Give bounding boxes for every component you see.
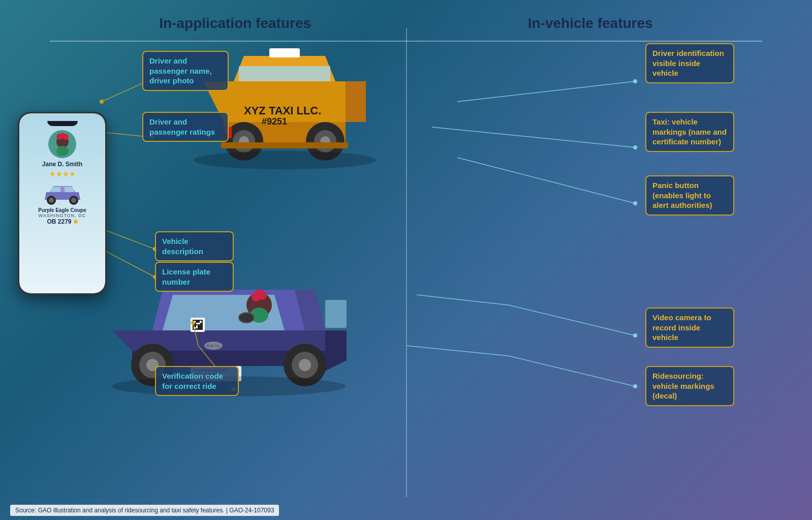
svg-point-67 [100, 100, 104, 104]
svg-rect-3 [269, 48, 300, 57]
svg-point-29 [250, 308, 268, 323]
phone-screen: Jane D. Smith ★★★★ Purple Eagle Coupe WA… [19, 113, 105, 293]
feature-driver-identification: Driver identification visible inside veh… [645, 43, 734, 83]
feature-driver-name: Driver and passenger name, driver photo [142, 51, 229, 91]
svg-point-78 [633, 384, 637, 388]
svg-point-91 [71, 198, 76, 203]
svg-text:B2B Co.: B2B Co. [207, 344, 220, 348]
svg-rect-14 [221, 142, 348, 148]
svg-point-27 [258, 291, 267, 300]
passenger-name: Jane D. Smith [42, 161, 82, 168]
right-section-title: In-vehicle features [528, 15, 653, 32]
feature-license-plate: License plate number [155, 262, 234, 292]
svg-point-19 [193, 151, 376, 169]
svg-point-76 [633, 201, 637, 205]
svg-point-11 [306, 122, 345, 161]
svg-point-8 [225, 122, 263, 161]
svg-text:#9251: #9251 [262, 116, 287, 127]
svg-point-51 [299, 359, 311, 371]
svg-rect-86 [51, 187, 60, 192]
svg-rect-38 [196, 323, 200, 324]
svg-text:XYZ TAXI LLC.: XYZ TAXI LLC. [244, 104, 321, 117]
svg-line-56 [102, 249, 155, 277]
svg-marker-21 [325, 330, 346, 371]
main-container: In-application features In-vehicle featu… [0, 0, 812, 520]
svg-point-26 [252, 292, 261, 301]
feature-vehicle-description: Vehicle description [155, 231, 234, 261]
svg-line-61 [457, 158, 635, 203]
vehicle-location: WASHINGTON, DC [39, 213, 86, 218]
svg-point-9 [233, 130, 255, 152]
svg-point-49 [284, 344, 326, 386]
svg-marker-42 [132, 351, 325, 366]
phone-mockup: Jane D. Smith ★★★★ Purple Eagle Coupe WA… [18, 112, 107, 295]
svg-marker-7 [346, 81, 366, 122]
feature-ridesourcing-markings: Ridesourcing: vehicle markings (decal) [645, 366, 734, 406]
svg-point-10 [239, 136, 249, 146]
feature-taxi-markings: Taxi: vehicle markings (name and certifi… [645, 112, 734, 152]
feature-panic-button: Panic button (enables light to alert aut… [645, 175, 734, 216]
svg-point-82 [63, 134, 69, 140]
phone-notch [47, 121, 78, 126]
svg-point-12 [314, 130, 336, 152]
svg-rect-36 [200, 321, 202, 323]
plate-dot [74, 220, 78, 224]
svg-rect-33 [191, 318, 205, 332]
svg-marker-23 [295, 290, 325, 330]
svg-rect-39 [196, 325, 198, 328]
svg-point-77 [633, 333, 637, 338]
svg-rect-87 [65, 187, 74, 192]
svg-marker-20 [112, 330, 346, 351]
feature-verification-code: Verification code for correct ride [155, 366, 239, 396]
svg-marker-4 [239, 66, 330, 81]
svg-point-30 [239, 313, 254, 323]
svg-marker-2 [234, 56, 335, 81]
svg-line-60 [432, 127, 635, 147]
feature-video-camera: Video camera to record inside vehicle [645, 308, 734, 348]
svg-point-28 [255, 289, 264, 298]
license-plate: OB 2279 [47, 218, 77, 225]
footer-source: Source: GAO illustration and analysis of… [10, 505, 279, 516]
svg-line-58 [193, 323, 198, 346]
svg-rect-34 [193, 320, 203, 330]
svg-point-83 [56, 146, 69, 156]
svg-marker-32 [325, 330, 347, 361]
svg-rect-5 [346, 81, 366, 107]
svg-rect-35 [194, 321, 196, 323]
left-section-title: In-application features [159, 15, 311, 32]
svg-point-73 [191, 321, 195, 325]
svg-line-59 [457, 81, 635, 102]
svg-point-75 [633, 145, 637, 149]
svg-point-74 [633, 79, 637, 83]
license-plate-text: OB 2279 [47, 218, 71, 225]
svg-point-25 [246, 292, 272, 318]
svg-line-62 [508, 305, 635, 335]
svg-point-89 [49, 198, 54, 203]
svg-line-63 [417, 295, 508, 305]
phone-car-icon [42, 182, 83, 207]
svg-marker-22 [152, 290, 305, 330]
vehicle-name: Purple Eagle Coupe [38, 207, 86, 213]
svg-marker-1 [224, 122, 346, 142]
avatar [48, 130, 76, 158]
svg-point-13 [320, 136, 330, 146]
section-divider [406, 28, 407, 497]
svg-rect-37 [194, 327, 196, 329]
svg-marker-6 [346, 81, 366, 107]
svg-rect-31 [325, 300, 347, 328]
svg-line-65 [407, 346, 508, 356]
svg-point-40 [204, 342, 223, 350]
feature-driver-ratings: Driver and passenger ratings [142, 112, 229, 142]
svg-point-50 [292, 352, 318, 378]
svg-line-55 [102, 229, 155, 249]
svg-marker-24 [163, 295, 285, 330]
svg-line-64 [508, 356, 635, 386]
star-rating: ★★★★ [49, 170, 76, 178]
